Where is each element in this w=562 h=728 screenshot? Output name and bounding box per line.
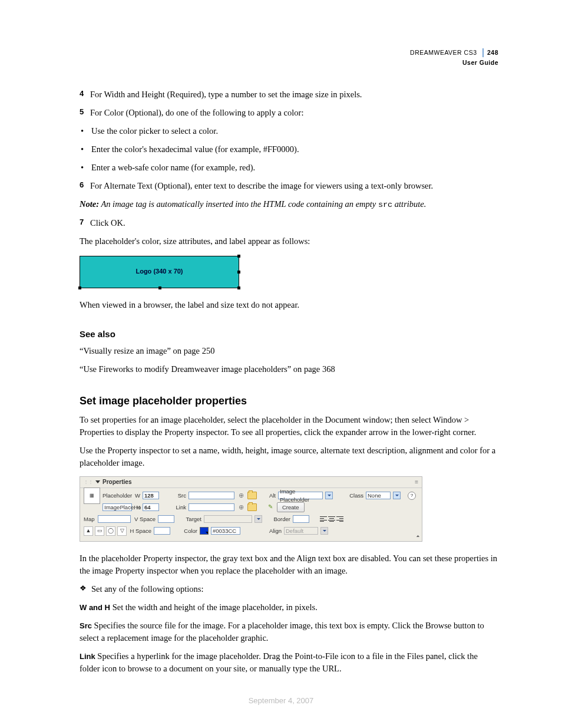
bullet-text: Enter a web-safe color name (for example… xyxy=(91,162,255,174)
dropdown-arrow-icon[interactable] xyxy=(393,492,401,499)
folder-icon[interactable] xyxy=(247,492,257,499)
bullet-item: • Use the color picker to select a color… xyxy=(80,125,498,137)
def-term: Src xyxy=(80,621,92,630)
link-input[interactable] xyxy=(189,503,234,511)
align-label: Align xyxy=(266,527,282,535)
width-input[interactable]: 128 xyxy=(143,492,159,499)
step-number: 7 xyxy=(80,217,90,229)
target-label: Target xyxy=(183,515,201,523)
target-select xyxy=(204,515,252,523)
step-4: 4 For Width and Height (Required), type … xyxy=(80,88,498,101)
map-label: Map xyxy=(84,515,95,523)
def-term: W and H xyxy=(80,603,110,612)
def-term: Link xyxy=(80,652,95,661)
align-left-icon[interactable] xyxy=(320,516,327,522)
guide-label: User Guide xyxy=(410,58,498,67)
vspace-input[interactable] xyxy=(158,515,174,523)
definition-wh: W and H Set the width and height of the … xyxy=(80,601,498,614)
align-right-icon[interactable] xyxy=(336,516,343,522)
step-6: 6 For Alternate Text (Optional), enter t… xyxy=(80,180,498,192)
poly-hotspot-icon[interactable]: ▽ xyxy=(117,526,127,536)
placeholder-figure: Logo (340 x 70) xyxy=(80,256,498,288)
link-label: Link xyxy=(174,503,186,512)
dropdown-arrow-icon xyxy=(320,527,328,535)
bullet-text: Use the color picker to select a color. xyxy=(91,125,218,137)
step-number: 6 xyxy=(80,180,90,192)
class-select[interactable]: None xyxy=(366,492,391,499)
point-to-file-icon[interactable]: ⊕ xyxy=(237,492,245,499)
pointer-tool-icon[interactable]: ▲ xyxy=(84,526,93,536)
bullet-dot: • xyxy=(80,143,91,156)
border-label: Border xyxy=(272,515,290,523)
paragraph: Use the Property inspector to set a name… xyxy=(80,444,498,469)
page-header: DREAMWEAVER CS3 248 User Guide xyxy=(410,48,498,67)
height-input[interactable]: 64 xyxy=(143,503,159,511)
placeholder-label: Logo (340 x 70) xyxy=(135,267,183,276)
note-text-after: attribute. xyxy=(392,199,426,209)
w-label: W xyxy=(134,492,140,500)
step-text: For Width and Height (Required), type a … xyxy=(90,88,498,101)
hspace-label: H Space xyxy=(129,527,151,535)
panel-titlebar: ⋮⋮ Properties ≡ xyxy=(80,477,422,489)
border-input[interactable] xyxy=(293,515,309,523)
help-icon[interactable]: ? xyxy=(408,492,416,500)
placeholder-thumbnail-icon: ▦ xyxy=(84,487,100,504)
cross-reference: “Visually resize an image” on page 250 xyxy=(80,345,498,357)
options-lead: ❖ Set any of the following options: xyxy=(80,583,498,595)
bullet-dot: • xyxy=(80,162,91,174)
edit-fireworks-icon[interactable]: ✎ xyxy=(266,503,275,511)
folder-icon[interactable] xyxy=(247,503,257,511)
bullet-item: • Enter a web-safe color name (for examp… xyxy=(80,162,498,174)
placeholder-type-label: Placeholder xyxy=(103,492,132,500)
resize-handle-icon xyxy=(78,286,81,289)
src-label: Src xyxy=(174,492,186,500)
step-text: For Color (Optional), do one of the foll… xyxy=(90,107,498,119)
def-text: Specifies a hyperlink for the image plac… xyxy=(80,651,478,673)
paragraph: The placeholder's color, size attributes… xyxy=(80,235,498,248)
panel-title: Properties xyxy=(103,478,131,487)
map-input[interactable] xyxy=(98,515,131,523)
oval-hotspot-icon[interactable]: ◯ xyxy=(106,526,115,536)
note: Note: An image tag is automatically inse… xyxy=(80,198,498,211)
definition-link: Link Specifies a hyperlink for the image… xyxy=(80,650,498,675)
diamond-bullet-icon: ❖ xyxy=(80,583,87,594)
src-input[interactable] xyxy=(189,492,234,499)
see-also-heading: See also xyxy=(80,328,498,341)
hspace-input[interactable] xyxy=(154,527,170,535)
align-center-icon[interactable] xyxy=(328,516,335,522)
page-number: 248 xyxy=(482,48,498,57)
step-number: 4 xyxy=(80,88,90,101)
rect-hotspot-icon[interactable]: ▭ xyxy=(95,526,104,536)
note-label: Note: xyxy=(80,199,99,209)
step-text: For Alternate Text (Optional), enter tex… xyxy=(90,180,498,192)
step-number: 5 xyxy=(80,107,90,119)
bullet-item: • Enter the color's hexadecimal value (f… xyxy=(80,143,498,156)
paragraph: To set properties for an image placehold… xyxy=(80,414,498,439)
dropdown-arrow-icon[interactable] xyxy=(325,492,333,499)
note-text-before: An image tag is automatically inserted i… xyxy=(99,199,378,209)
point-to-file-icon[interactable]: ⊕ xyxy=(237,503,245,511)
section-heading: Set image placeholder properties xyxy=(80,393,498,409)
options-lead-text: Set any of the following options: xyxy=(91,583,204,595)
gripper-icon: ⋮⋮ xyxy=(84,479,93,486)
resize-handle-icon xyxy=(237,271,240,274)
footer-date: September 4, 2007 xyxy=(0,696,562,707)
name-input[interactable]: ImagePlaceHo xyxy=(103,503,132,511)
product-name: DREAMWEAVER CS3 xyxy=(410,49,477,56)
paragraph: In the placeholder Property inspector, t… xyxy=(80,552,498,577)
create-button[interactable]: Create xyxy=(277,502,305,512)
color-input[interactable]: #0033CC xyxy=(211,527,240,535)
cross-reference: “Use Fireworks to modify Dreamweaver ima… xyxy=(80,363,498,375)
vspace-label: V Space xyxy=(133,515,156,523)
def-text: Specifies the source file for the image.… xyxy=(80,621,484,643)
align-select: Default xyxy=(284,527,318,535)
alt-input[interactable]: Image Placeholder xyxy=(278,492,323,499)
h-label: H xyxy=(134,503,140,512)
color-label: Color xyxy=(178,527,197,535)
alt-label: Alt xyxy=(266,492,276,500)
color-swatch-icon[interactable] xyxy=(200,527,209,535)
expander-arrow-icon[interactable]: ▲ xyxy=(415,534,421,539)
class-label: Class xyxy=(348,492,363,500)
placeholder-box: Logo (340 x 70) xyxy=(80,256,239,288)
text-align-buttons[interactable] xyxy=(320,516,343,522)
